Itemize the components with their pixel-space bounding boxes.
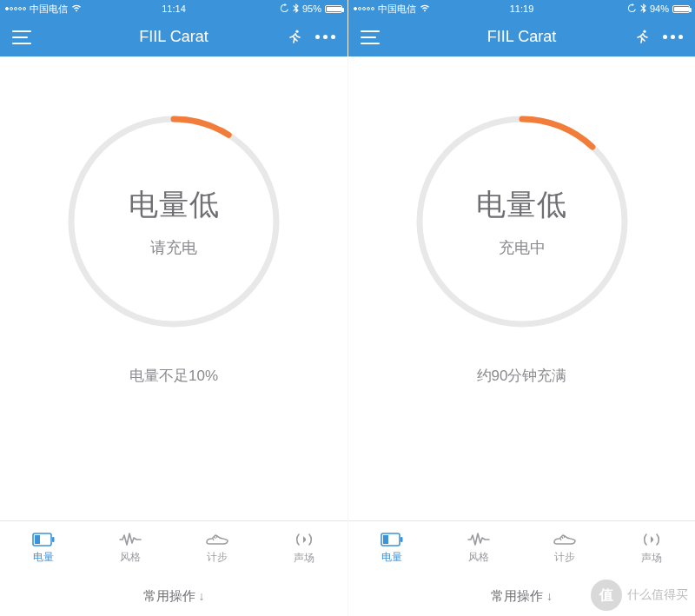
chevron-down-icon: ↓ (546, 589, 553, 603)
tab-label: 电量 (33, 550, 54, 565)
soundfield-icon (294, 532, 314, 547)
tab-steps[interactable]: 计步 (174, 521, 261, 576)
more-icon[interactable] (315, 35, 335, 39)
tab-label: 计步 (554, 550, 575, 565)
activity-icon[interactable] (286, 29, 303, 46)
signal-dots-icon (5, 7, 26, 10)
battery-status-subtitle: 请充电 (150, 237, 197, 258)
more-icon[interactable] (663, 35, 683, 39)
soundfield-icon (641, 532, 662, 547)
tab-battery[interactable]: 电量 (0, 521, 87, 576)
tab-bar: 电量 风格 计步 声场 (0, 520, 348, 576)
svg-point-5 (643, 30, 645, 32)
battery-fill (674, 7, 689, 11)
drawer-handle[interactable]: 常用操作 ↓ (348, 576, 695, 616)
battery-icon (672, 5, 690, 13)
drawer-handle[interactable]: 常用操作 ↓ (0, 576, 348, 616)
shoe-icon (205, 533, 229, 546)
tab-bar: 电量 风格 计步 声场 (348, 520, 695, 576)
chevron-down-icon: ↓ (199, 589, 205, 603)
phone-screen-right: 中国电信 11:19 94% FIIL Carat (348, 0, 695, 616)
orientation-lock-icon (627, 3, 637, 15)
nav-bar: FIIL Carat (0, 17, 348, 56)
activity-icon[interactable] (633, 29, 651, 46)
tab-sound[interactable]: 声场 (608, 521, 695, 576)
battery-tab-icon (32, 533, 55, 546)
battery-pct: 94% (650, 3, 669, 14)
battery-fill (327, 7, 341, 11)
battery-pct: 95% (302, 3, 321, 14)
nav-bar: FIIL Carat (348, 17, 695, 56)
menu-icon[interactable] (361, 30, 380, 44)
tab-sound[interactable]: 声场 (261, 521, 348, 576)
status-bar: 中国电信 11:14 95% (0, 0, 348, 17)
battery-ring: 电量低 充电中 (409, 109, 635, 334)
battery-status-title: 电量低 (476, 185, 567, 225)
svg-rect-9 (383, 535, 388, 544)
orientation-lock-icon (280, 3, 289, 15)
tab-steps[interactable]: 计步 (522, 521, 609, 576)
carrier-label: 中国电信 (30, 3, 68, 16)
svg-rect-8 (400, 537, 403, 542)
bluetooth-icon (640, 3, 646, 15)
tab-battery[interactable]: 电量 (348, 521, 435, 576)
wifi-icon (420, 4, 430, 14)
wifi-icon (71, 4, 82, 14)
battery-status-title: 电量低 (129, 185, 220, 225)
tab-style[interactable]: 风格 (435, 521, 522, 576)
signal-dots-icon (354, 7, 374, 10)
svg-point-0 (295, 30, 298, 32)
waveform-icon (467, 533, 490, 546)
tab-label: 计步 (207, 550, 228, 565)
battery-status-subtitle: 充电中 (499, 237, 546, 258)
tab-style[interactable]: 风格 (87, 521, 174, 576)
tab-label: 声场 (641, 551, 662, 566)
shoe-icon (553, 533, 577, 546)
svg-rect-4 (35, 535, 40, 544)
battery-icon (325, 5, 342, 13)
main-content: 电量低 充电中 约90分钟充满 (348, 56, 695, 520)
tab-label: 风格 (120, 550, 141, 565)
battery-tab-icon (381, 533, 403, 546)
waveform-icon (119, 533, 142, 546)
tab-label: 电量 (381, 550, 402, 565)
drawer-label: 常用操作 (491, 588, 543, 605)
battery-caption: 电量不足10% (129, 366, 218, 386)
tab-label: 风格 (468, 550, 489, 565)
drawer-label: 常用操作 (143, 588, 195, 605)
battery-ring: 电量低 请充电 (61, 109, 287, 334)
battery-caption: 约90分钟充满 (477, 366, 567, 386)
carrier-label: 中国电信 (378, 3, 416, 16)
menu-icon[interactable] (12, 30, 31, 44)
status-bar: 中国电信 11:19 94% (348, 0, 695, 17)
svg-rect-3 (52, 537, 55, 542)
main-content: 电量低 请充电 电量不足10% (0, 56, 348, 520)
phone-screen-left: 中国电信 11:14 95% FIIL Carat (0, 0, 348, 616)
tab-label: 声场 (294, 551, 314, 566)
bluetooth-icon (293, 3, 299, 15)
